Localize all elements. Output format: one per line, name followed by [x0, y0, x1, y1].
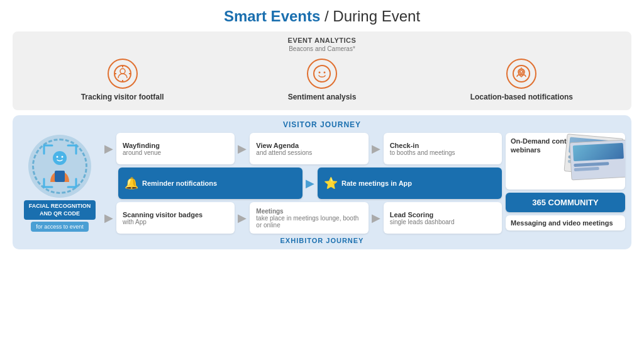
sentiment-label: Sentiment analysis: [288, 93, 357, 101]
lead-scoring-sub: single leads dashboard: [390, 219, 496, 225]
visitor-journey-title: VISITOR JOURNEY: [19, 120, 625, 129]
view-agenda-box: View Agenda and attend sessions: [250, 133, 368, 164]
analytics-item-sentiment: Sentiment analysis: [259, 59, 385, 101]
arrow-6: ▶: [238, 211, 247, 225]
svg-point-10: [520, 71, 523, 73]
location-icon: [506, 59, 536, 89]
screenshot-stack: [559, 136, 625, 186]
messaging-box: Messaging and video meetings: [506, 215, 625, 230]
page-title: Smart Events / During Event: [13, 8, 631, 25]
wayfinding-box: Wayfinding around venue: [116, 133, 235, 164]
arrow-7: ▶: [372, 211, 380, 225]
journey-right: On-Demand content and webinars: [506, 133, 625, 234]
journey-row-2: 🔔 Reminder notifications ▶ ⭐ Rate meetin…: [104, 167, 502, 199]
checkin-box: Check-in to booths and meetings: [384, 133, 502, 164]
view-agenda-sub: and attend sessions: [256, 149, 362, 156]
svg-point-13: [56, 156, 58, 157]
arrow-4: ▶: [306, 176, 314, 190]
journey-row-3: ▶ Scanning visitor badges with App ▶ Mee…: [104, 202, 502, 234]
arrow-5: ▶: [104, 211, 113, 225]
face-recognition-area: FACIAL RECOGNITION AND QR CODE for acces…: [19, 133, 101, 234]
facial-recognition-label: FACIAL RECOGNITION AND QR CODE: [24, 200, 96, 220]
svg-point-6: [314, 65, 330, 82]
title-suffix: / During Event: [320, 8, 420, 25]
access-label: for access to event: [31, 222, 89, 232]
event-analytics-section: EVENT ANALYTICS Beacons and Cameras* Tra…: [13, 31, 631, 110]
facial-recognition-text: FACIAL RECOGNITION AND QR CODE: [29, 203, 91, 217]
arrow-1: ▶: [104, 142, 113, 156]
scanning-sub: with App: [123, 219, 228, 225]
arrow-2: ▶: [238, 142, 247, 156]
view-agenda-title: View Agenda: [256, 142, 362, 149]
on-demand-box: On-Demand content and webinars: [506, 133, 625, 190]
visitor-journey-section: VISITOR JOURNEY: [13, 115, 631, 249]
event-analytics-sub: Beacons and Cameras*: [23, 45, 621, 52]
reminder-icon: 🔔: [125, 176, 138, 190]
analytics-icons-row: Tracking visitor footfall Sentiment anal…: [23, 59, 621, 101]
checkin-title: Check-in: [390, 142, 496, 149]
checkin-sub: to booths and meetings: [390, 149, 496, 156]
community-box: 365 COMMUNITY: [506, 193, 625, 212]
analytics-item-tracking: Tracking visitor footfall: [60, 59, 186, 101]
lead-scoring-box: Lead Scoring single leads dashboard: [384, 202, 502, 234]
wayfinding-title: Wayfinding: [123, 142, 228, 149]
screenshot-2: [569, 140, 625, 181]
messaging-label: Messaging and video meetings: [511, 219, 613, 227]
analytics-item-location: Location-based notifications: [458, 59, 584, 101]
reminder-box: 🔔 Reminder notifications: [118, 167, 303, 199]
exhibitor-journey-title: EXHIBITOR JOURNEY: [19, 237, 625, 244]
svg-point-12: [53, 151, 67, 165]
rate-meetings-box: ⭐ Rate meetings in App: [318, 167, 502, 199]
journey-content: FACIAL RECOGNITION AND QR CODE for acces…: [19, 133, 625, 234]
community-label: 365 COMMUNITY: [532, 198, 598, 207]
wayfinding-sub: around venue: [123, 149, 228, 156]
page-wrapper: Smart Events / During Event EVENT ANALYT…: [0, 0, 644, 352]
arrow-3: ▶: [372, 142, 380, 156]
rate-title: Rate meetings in App: [341, 179, 412, 187]
sentiment-icon: [307, 59, 337, 89]
tracking-label: Tracking visitor footfall: [81, 93, 164, 101]
journey-middle: ▶ Wayfinding around venue ▶ View Agenda …: [104, 133, 502, 234]
rate-icon: ⭐: [324, 176, 338, 190]
meetings-box: Meetings take place in meetings lounge, …: [250, 202, 368, 234]
svg-point-8: [323, 72, 325, 74]
face-circle: [28, 135, 91, 198]
svg-point-1: [120, 69, 125, 74]
face-icon: [32, 139, 87, 194]
event-analytics-label: EVENT ANALYTICS: [23, 37, 621, 44]
reminder-title: Reminder notifications: [142, 179, 217, 187]
tracking-icon: [108, 59, 138, 89]
svg-point-14: [61, 156, 63, 157]
svg-point-7: [318, 72, 320, 74]
location-label: Location-based notifications: [470, 93, 573, 101]
title-bold: Smart Events: [224, 8, 320, 25]
scanning-box: Scanning visitor badges with App: [116, 202, 235, 234]
journey-row-1: ▶ Wayfinding around venue ▶ View Agenda …: [104, 133, 502, 164]
meetings-text: Meetings take place in meetings lounge, …: [256, 208, 362, 229]
scanning-title: Scanning visitor badges: [123, 211, 228, 219]
lead-scoring-title: Lead Scoring: [390, 211, 496, 219]
svg-rect-15: [55, 171, 65, 182]
